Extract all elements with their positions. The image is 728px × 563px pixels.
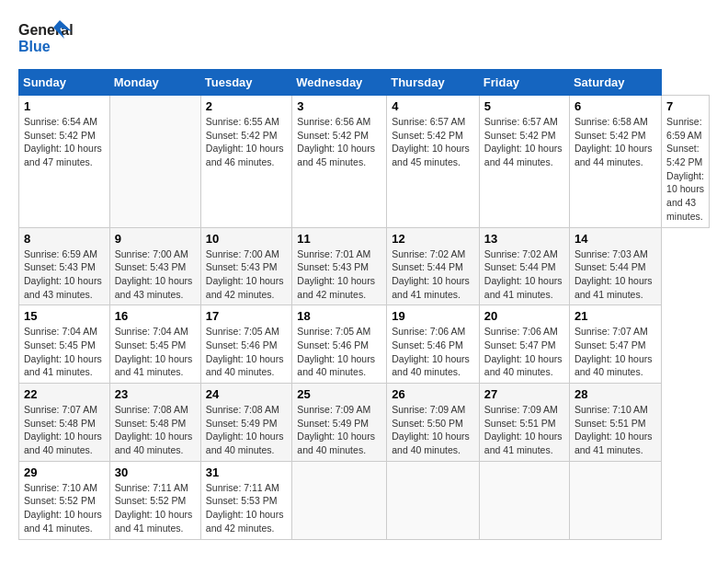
table-row: 26Sunrise: 7:09 AM Sunset: 5:50 PM Dayli… (387, 384, 480, 462)
svg-text:Blue: Blue (18, 39, 51, 54)
table-row: 17Sunrise: 7:05 AM Sunset: 5:46 PM Dayli… (200, 305, 292, 384)
table-row: 6Sunrise: 6:58 AM Sunset: 5:42 PM Daylig… (569, 96, 661, 228)
table-row: 1Sunrise: 6:54 AM Sunset: 5:42 PM Daylig… (19, 96, 110, 228)
calendar-week-5: 29Sunrise: 7:10 AM Sunset: 5:52 PM Dayli… (19, 461, 710, 539)
col-header-sunday: Sunday (19, 70, 110, 96)
table-row: 30Sunrise: 7:11 AM Sunset: 5:52 PM Dayli… (109, 461, 200, 539)
table-row: 4Sunrise: 6:57 AM Sunset: 5:42 PM Daylig… (387, 96, 480, 228)
calendar-week-4: 22Sunrise: 7:07 AM Sunset: 5:48 PM Dayli… (19, 384, 710, 462)
table-row (292, 461, 387, 539)
col-header-wednesday: Wednesday (292, 70, 387, 96)
col-header-friday: Friday (479, 70, 569, 96)
table-row (569, 461, 661, 539)
table-row: 10Sunrise: 7:00 AM Sunset: 5:43 PM Dayli… (200, 227, 292, 305)
table-row: 18Sunrise: 7:05 AM Sunset: 5:46 PM Dayli… (292, 305, 387, 384)
table-row: 5Sunrise: 6:57 AM Sunset: 5:42 PM Daylig… (479, 96, 569, 228)
table-row: 20Sunrise: 7:06 AM Sunset: 5:47 PM Dayli… (479, 305, 569, 384)
table-row: 15Sunrise: 7:04 AM Sunset: 5:45 PM Dayli… (19, 305, 110, 384)
calendar-week-3: 15Sunrise: 7:04 AM Sunset: 5:45 PM Dayli… (19, 305, 710, 384)
col-header-tuesday: Tuesday (200, 70, 292, 96)
calendar-table: SundayMondayTuesdayWednesdayThursdayFrid… (18, 69, 710, 540)
table-row: 7Sunrise: 6:59 AM Sunset: 5:42 PM Daylig… (662, 96, 710, 228)
page-header: GeneralBlue (18, 18, 710, 60)
table-row: 2Sunrise: 6:55 AM Sunset: 5:42 PM Daylig… (200, 96, 292, 228)
calendar-week-2: 8Sunrise: 6:59 AM Sunset: 5:43 PM Daylig… (19, 227, 710, 305)
table-row: 25Sunrise: 7:09 AM Sunset: 5:49 PM Dayli… (292, 384, 387, 462)
table-row: 14Sunrise: 7:03 AM Sunset: 5:44 PM Dayli… (569, 227, 661, 305)
table-row (109, 96, 200, 228)
table-row: 27Sunrise: 7:09 AM Sunset: 5:51 PM Dayli… (479, 384, 569, 462)
table-row: 12Sunrise: 7:02 AM Sunset: 5:44 PM Dayli… (387, 227, 480, 305)
col-header-saturday: Saturday (569, 70, 661, 96)
logo-icon: GeneralBlue (18, 18, 74, 60)
col-header-monday: Monday (109, 70, 200, 96)
table-row: 22Sunrise: 7:07 AM Sunset: 5:48 PM Dayli… (19, 384, 110, 462)
table-row: 21Sunrise: 7:07 AM Sunset: 5:47 PM Dayli… (569, 305, 661, 384)
table-row: 24Sunrise: 7:08 AM Sunset: 5:49 PM Dayli… (200, 384, 292, 462)
table-row: 23Sunrise: 7:08 AM Sunset: 5:48 PM Dayli… (109, 384, 200, 462)
table-row: 8Sunrise: 6:59 AM Sunset: 5:43 PM Daylig… (19, 227, 110, 305)
header-row: SundayMondayTuesdayWednesdayThursdayFrid… (19, 70, 710, 96)
table-row: 29Sunrise: 7:10 AM Sunset: 5:52 PM Dayli… (19, 461, 110, 539)
table-row (387, 461, 480, 539)
table-row: 13Sunrise: 7:02 AM Sunset: 5:44 PM Dayli… (479, 227, 569, 305)
table-row (479, 461, 569, 539)
svg-text:General: General (18, 22, 74, 38)
logo: GeneralBlue (18, 18, 74, 60)
col-header-thursday: Thursday (387, 70, 480, 96)
table-row: 9Sunrise: 7:00 AM Sunset: 5:43 PM Daylig… (109, 227, 200, 305)
calendar-week-1: 1Sunrise: 6:54 AM Sunset: 5:42 PM Daylig… (19, 96, 710, 228)
table-row: 11Sunrise: 7:01 AM Sunset: 5:43 PM Dayli… (292, 227, 387, 305)
table-row: 19Sunrise: 7:06 AM Sunset: 5:46 PM Dayli… (387, 305, 480, 384)
table-row: 28Sunrise: 7:10 AM Sunset: 5:51 PM Dayli… (569, 384, 661, 462)
table-row: 3Sunrise: 6:56 AM Sunset: 5:42 PM Daylig… (292, 96, 387, 228)
table-row: 31Sunrise: 7:11 AM Sunset: 5:53 PM Dayli… (200, 461, 292, 539)
table-row: 16Sunrise: 7:04 AM Sunset: 5:45 PM Dayli… (109, 305, 200, 384)
